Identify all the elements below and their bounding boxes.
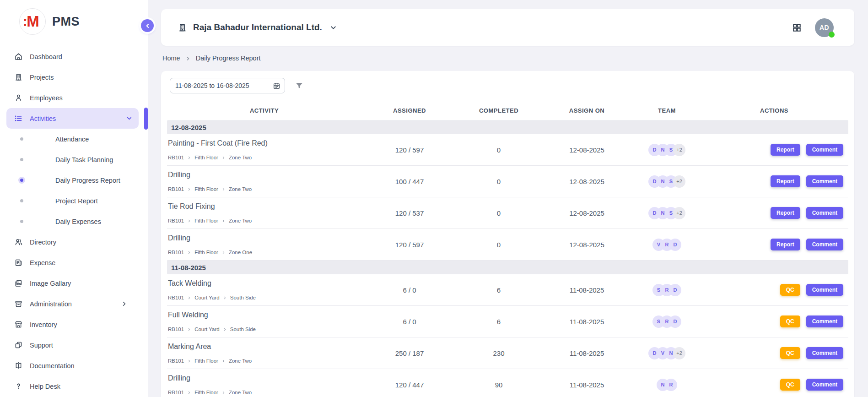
- path-segment: RB101: [168, 155, 184, 160]
- table-row: Full WeldingRB101Court YardSouth Side6 /…: [167, 306, 848, 337]
- sidebar-item-inventory[interactable]: Inventory: [0, 314, 148, 335]
- team-overflow-badge[interactable]: +2: [673, 175, 685, 188]
- qc-button[interactable]: QC: [780, 347, 800, 359]
- report-button[interactable]: Report: [771, 175, 800, 187]
- sidebar-item-label: Projects: [30, 74, 54, 81]
- content-card: 11-08-2025 to 16-08-2025 ACTIVITYASSIGNE…: [161, 71, 854, 397]
- path-segment: Zone Two: [229, 358, 252, 364]
- sidebar-item-label: Daily Progress Report: [55, 177, 120, 184]
- path-segment: RB101: [168, 326, 184, 332]
- sidebar-item-daily-task-planning[interactable]: Daily Task Planning: [0, 149, 148, 170]
- row-actions: ReportComment: [700, 144, 848, 156]
- sidebar-item-daily-expenses[interactable]: Daily Expenses: [0, 211, 148, 232]
- sidebar-item-expense[interactable]: Expense: [0, 252, 148, 273]
- sidebar-item-daily-progress-report[interactable]: Daily Progress Report: [0, 170, 148, 190]
- team-overflow-badge[interactable]: +2: [673, 347, 685, 359]
- chevron-right-icon: [187, 219, 191, 223]
- sidebar-item-attendance[interactable]: Attendance: [0, 129, 148, 149]
- activity-cell: DrillingRB101Fifth FloorZone Two: [167, 166, 361, 197]
- sidebar-item-employees[interactable]: Employees: [0, 87, 148, 108]
- path-segment: Court Yard: [194, 295, 220, 300]
- sidebar-item-activities[interactable]: Activities: [6, 108, 139, 129]
- sidebar-item-project-report[interactable]: Project Report: [0, 190, 148, 211]
- assign-on-value: 12-08-2025: [540, 209, 634, 217]
- sidebar-item-label: Activities: [30, 115, 56, 122]
- assign-on-value: 11-08-2025: [540, 381, 634, 389]
- activity-cell: Painting - First Coat (Fire Red)RB101Fif…: [167, 134, 361, 165]
- activity-path: RB101Fifth FloorZone Two: [168, 186, 361, 192]
- sidebar-item-image-gallary[interactable]: Image Gallary: [0, 273, 148, 294]
- comment-button[interactable]: Comment: [806, 315, 843, 327]
- sidebar-item-directory[interactable]: Directory: [0, 232, 148, 252]
- comment-button[interactable]: Comment: [806, 379, 843, 391]
- sidebar-collapse-button[interactable]: [141, 19, 154, 32]
- bullet-icon: [20, 137, 23, 141]
- team-overflow-badge[interactable]: +2: [673, 144, 685, 156]
- path-segment: RB101: [168, 250, 184, 255]
- path-segment: RB101: [168, 186, 184, 192]
- comment-button[interactable]: Comment: [806, 347, 843, 359]
- table-row: DrillingRB101Fifth FloorZone One120 / 59…: [167, 229, 848, 261]
- team-member-avatar[interactable]: R: [665, 379, 677, 391]
- sidebar-item-help-desk[interactable]: Help Desk: [0, 376, 148, 397]
- chevron-right-icon: [221, 156, 226, 160]
- chevron-right-icon: [187, 327, 191, 332]
- chevron-right-icon: [221, 250, 226, 255]
- logo: M PMS: [0, 0, 148, 43]
- assign-on-value: 11-08-2025: [540, 349, 634, 357]
- team-avatars: NR: [634, 379, 700, 391]
- date-range-input[interactable]: 11-08-2025 to 16-08-2025: [170, 78, 285, 93]
- assigned-value: 120 / 597: [361, 146, 458, 154]
- report-button[interactable]: Report: [771, 144, 800, 156]
- qc-button[interactable]: QC: [780, 379, 800, 391]
- sidebar-item-label: Support: [30, 342, 53, 349]
- row-actions: ReportComment: [700, 207, 848, 219]
- sidebar-item-dashboard[interactable]: Dashboard: [0, 46, 148, 67]
- user-avatar[interactable]: AD: [815, 18, 834, 37]
- activity-cell: Tie Rod FixingRB101Fifth FloorZone Two: [167, 197, 361, 228]
- chevron-right-icon: [187, 391, 191, 395]
- team-avatars: DNS+2: [634, 144, 700, 156]
- comment-button[interactable]: Comment: [806, 144, 843, 156]
- sidebar-item-administration[interactable]: Administration: [0, 294, 148, 314]
- breadcrumb: Home Daily Progress Report: [161, 52, 854, 65]
- comment-button[interactable]: Comment: [806, 207, 843, 219]
- qc-button[interactable]: QC: [780, 284, 800, 296]
- sidebar-item-label: Help Desk: [30, 383, 60, 390]
- row-actions: ReportComment: [700, 239, 848, 250]
- sidebar-item-projects[interactable]: Projects: [0, 67, 148, 87]
- bullet-icon: [20, 199, 23, 202]
- comment-button[interactable]: Comment: [806, 239, 843, 250]
- sidebar-item-label: Daily Expenses: [55, 218, 101, 225]
- table-row: Marking AreaRB101Fifth FloorZone Two250 …: [167, 337, 848, 369]
- funnel-filter-icon[interactable]: [295, 81, 304, 90]
- qc-button[interactable]: QC: [780, 315, 800, 327]
- team-member-avatar[interactable]: D: [669, 315, 681, 328]
- comment-button[interactable]: Comment: [806, 284, 843, 296]
- team-member-avatar[interactable]: D: [669, 239, 681, 251]
- table-row: DrillingRB101Fifth FloorZone Two120 / 44…: [167, 369, 848, 397]
- activity-title: Marking Area: [168, 343, 361, 351]
- assigned-value: 6 / 0: [361, 286, 458, 294]
- topbar: Raja Bahadur International Ltd. AD: [161, 9, 854, 46]
- breadcrumb-home[interactable]: Home: [162, 54, 180, 62]
- comment-button[interactable]: Comment: [806, 175, 843, 187]
- path-segment: Zone Two: [229, 155, 252, 160]
- chevron-right-icon: [187, 250, 191, 255]
- report-button[interactable]: Report: [771, 239, 800, 250]
- chevron-down-icon: [329, 24, 337, 32]
- company-selector[interactable]: Raja Bahadur International Ltd.: [178, 22, 337, 33]
- path-segment: Zone Two: [229, 186, 252, 192]
- help-icon: [14, 382, 23, 391]
- table-row: DrillingRB101Fifth FloorZone Two100 / 44…: [167, 166, 848, 197]
- path-segment: Fifth Floor: [194, 390, 218, 395]
- assigned-value: 250 / 187: [361, 349, 458, 357]
- team-member-avatar[interactable]: D: [669, 284, 681, 296]
- completed-value: 0: [458, 209, 540, 217]
- squares-icon: [14, 341, 23, 349]
- sidebar-item-documentation[interactable]: Documentation: [0, 355, 148, 376]
- team-overflow-badge[interactable]: +2: [673, 207, 685, 219]
- sidebar-item-support[interactable]: Support: [0, 335, 148, 355]
- apps-grid-icon[interactable]: [792, 23, 802, 33]
- report-button[interactable]: Report: [771, 207, 800, 219]
